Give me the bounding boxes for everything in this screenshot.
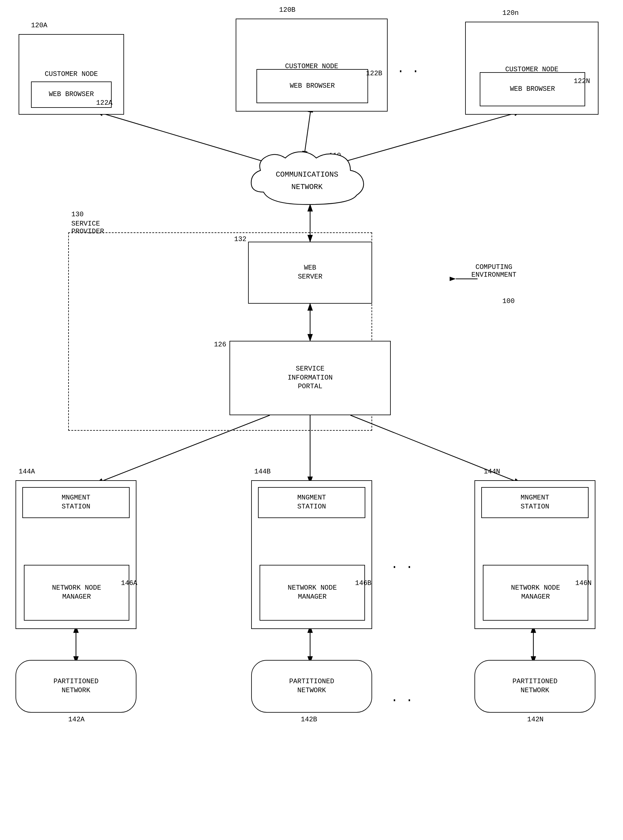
partitioned-network-a-label: PARTITIONEDNETWORK (53, 677, 98, 695)
management-station-a: MNGMENTSTATION NETWORK NODEMANAGER (15, 480, 137, 629)
pn-n-id: 142N (527, 716, 543, 724)
browser-a-id: 122A (96, 99, 112, 107)
service-info-portal: SERVICEINFORMATIONPORTAL (230, 341, 391, 415)
network-node-manager-n-label: NETWORK NODEMANAGER (511, 584, 560, 601)
service-info-portal-label: SERVICEINFORMATIONPORTAL (287, 365, 333, 391)
svg-text:COMMUNICATIONS: COMMUNICATIONS (276, 170, 338, 179)
web-browser-b-label: WEB BROWSER (290, 82, 335, 91)
web-server-id: 132 (234, 236, 247, 243)
service-provider-id: 130 (71, 211, 84, 219)
nnm-n-id: 146N (575, 580, 592, 587)
management-station-n: MNGMENTSTATION NETWORK NODEMANAGER (474, 480, 595, 629)
mngmt-station-a-label: MNGMENTSTATION (62, 494, 90, 511)
customer-node-n-id: 120n (502, 9, 519, 17)
mgmt-a-id: 144A (18, 468, 35, 476)
partitioned-network-n-label: PARTITIONEDNETWORK (512, 677, 557, 695)
browser-b-id: 122B (366, 70, 382, 78)
service-info-id: 126 (214, 341, 226, 349)
network-node-manager-a-label: NETWORK NODEMANAGER (52, 584, 101, 601)
network-diagram: 120A CUSTOMER NODE WEB BROWSER 122A 120B… (0, 0, 623, 840)
network-node-manager-b: NETWORK NODEMANAGER (259, 565, 365, 621)
mngmt-station-n-label: MNGMENTSTATION (521, 494, 549, 511)
web-server: WEBSERVER (248, 242, 372, 304)
network-node-manager-n: NETWORK NODEMANAGER (483, 565, 588, 621)
web-server-label: WEBSERVER (298, 264, 322, 282)
network-node-manager-b-label: NETWORK NODEMANAGER (288, 584, 337, 601)
web-browser-b: WEB BROWSER (256, 69, 368, 103)
mngmt-station-b-label: MNGMENTSTATION (298, 494, 326, 511)
ellipsis-middle: . . (391, 558, 413, 572)
cloud-svg: COMMUNICATIONS NETWORK (245, 149, 369, 211)
pn-b-id: 142B (301, 716, 317, 724)
ellipsis-bottom: . . (391, 691, 413, 705)
web-browser-a-label: WEB BROWSER (49, 90, 94, 99)
partitioned-network-b-label: PARTITIONEDNETWORK (289, 677, 334, 695)
mgmt-n-id: 144N (484, 468, 500, 476)
ellipsis-top: . . (397, 62, 419, 76)
partitioned-network-a: PARTITIONEDNETWORK (15, 660, 137, 713)
customer-node-a-id: 120A (31, 22, 48, 29)
customer-node-a-label: CUSTOMER NODE (44, 70, 98, 79)
customer-node-b-id: 120B (279, 6, 296, 14)
svg-text:NETWORK: NETWORK (292, 183, 323, 191)
management-station-b: MNGMENTSTATION NETWORK NODEMANAGER (251, 480, 372, 629)
partitioned-network-b: PARTITIONEDNETWORK (251, 660, 372, 713)
network-node-manager-a: NETWORK NODEMANAGER (24, 565, 129, 621)
browser-n-id: 122N (574, 78, 590, 85)
customer-node-n: CUSTOMER NODE WEB BROWSER (465, 22, 598, 115)
web-browser-n: WEB BROWSER (480, 72, 585, 106)
web-browser-n-label: WEB BROWSER (510, 85, 555, 94)
nnm-b-id: 146B (355, 580, 371, 587)
computing-env-arrow (450, 269, 487, 288)
pn-a-id: 142A (68, 716, 84, 724)
customer-node-b: CUSTOMER NODE WEB BROWSER (236, 18, 388, 112)
nnm-a-id: 146A (121, 580, 137, 587)
mgmt-b-id: 144B (254, 468, 271, 476)
partitioned-network-n: PARTITIONEDNETWORK (474, 660, 595, 713)
computing-env-id: 100 (502, 297, 515, 305)
